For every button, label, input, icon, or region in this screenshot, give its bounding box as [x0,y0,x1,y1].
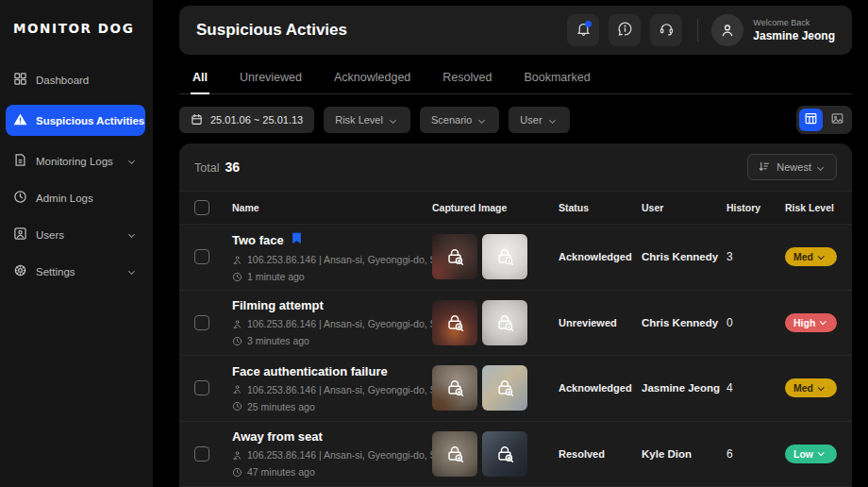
sidebar-item-users[interactable]: Users [6,219,145,250]
status-value: Resolved [559,448,642,460]
captured-images [432,365,559,411]
app-window: MONITOR DOG Dashboard Suspicious Activit… [0,0,868,487]
date-range-value: 25.01.06 ~ 25.01.13 [210,114,303,126]
column-user: User [642,202,726,213]
info-button[interactable] [609,14,641,46]
captured-image-thumbnail[interactable] [482,431,527,477]
table-row[interactable]: Face authentication failure 106.253.86.1… [179,356,852,422]
captured-image-thumbnail[interactable] [432,365,477,411]
risk-level-filter[interactable]: Risk Level [324,107,410,133]
lock-search-icon [494,378,515,398]
row-ip-location: 106.253.86.146 | Ansan-si, Gyeonggi-do, … [232,318,432,329]
welcome-label: Welcome Back [753,18,835,27]
row-ip-location: 106.253.86.146 | Ansan-si, Gyeonggi-do, … [232,384,432,395]
select-all-checkbox[interactable] [194,200,209,215]
dashboard-icon [13,72,27,88]
user-icon [13,227,27,243]
table-row[interactable]: Filming attempt 106.253.86.146 | Ansan-s… [179,291,852,357]
lock-search-icon [444,246,465,267]
gear-icon [13,263,27,279]
chevron-down-icon [128,158,135,164]
table-header: Name Captured Image Status User History … [179,191,852,225]
risk-badge[interactable]: Med [785,247,837,266]
activity-name: Face authentication failure [232,364,388,378]
lock-search-icon [444,378,465,398]
chevron-down-icon [128,231,135,238]
tab-all[interactable]: All [191,62,209,93]
captured-image-thumbnail[interactable] [482,365,527,411]
avatar[interactable] [711,14,743,46]
row-time: 25 minutes ago [232,401,432,412]
lock-search-icon [444,312,465,333]
sidebar-item-monitoring-logs[interactable]: Monitoring Logs [6,145,145,176]
table-row[interactable]: Two face 106.253.86.146 | Ansan-si, Gyeo… [179,225,852,291]
panel-header: Total36 Newest [179,143,852,191]
filter-label: Scenario [431,114,472,126]
table-row[interactable]: Away from seat 106.253.86.146 | Ansan-si… [179,422,852,487]
clock-icon [232,336,242,346]
scenario-filter[interactable]: Scenario [420,107,499,133]
row-name-cell: Face authentication failure 106.253.86.1… [232,364,432,412]
row-checkbox[interactable] [194,380,209,395]
sort-button[interactable]: Newest [747,154,837,180]
column-status: Status [559,202,642,213]
risk-badge[interactable]: Low [785,445,837,463]
row-checkbox[interactable] [194,249,209,264]
captured-image-thumbnail[interactable] [482,234,527,279]
row-ip-location: 106.253.86.146 | Ansan-si, Gyeonggi-do, … [232,254,432,265]
history-value: 6 [726,447,785,461]
risk-badge[interactable]: High [785,313,837,332]
lock-search-icon [494,312,515,333]
risk-badge[interactable]: Med [785,378,837,397]
activities-panel: Total36 Newest Name Captured Image Statu… [179,143,852,487]
filter-label: Risk Level [335,114,383,126]
bookmark-icon[interactable] [292,231,302,248]
sidebar-item-suspicious-activities[interactable]: Suspicious Activities [6,105,145,136]
tab-resolved[interactable]: Resolved [441,62,493,93]
top-bar: Suspicious Activies [179,6,852,55]
column-risk-level: Risk Level [785,202,837,213]
status-value: Acknowledged [559,251,642,262]
history-value: 4 [726,381,785,395]
sidebar-item-dashboard[interactable]: Dashboard [6,64,145,95]
tab-unreviewed[interactable]: Unreviewed [238,62,304,93]
captured-images [432,234,559,279]
sidebar-item-settings[interactable]: Settings [6,256,145,287]
captured-image-thumbnail[interactable] [482,300,527,345]
captured-image-thumbnail[interactable] [432,431,477,477]
user-value: Chris Kennedy [642,317,726,328]
sort-icon [758,160,770,175]
date-range-picker[interactable]: 25.01.06 ~ 25.01.13 [179,107,314,133]
tab-bookmarked[interactable]: Bookmarked [522,62,592,93]
sidebar-item-label: Settings [36,266,121,277]
clock-icon [232,272,242,282]
captured-images [432,300,559,345]
sidebar: MONITOR DOG Dashboard Suspicious Activit… [0,0,153,487]
captured-images [432,431,559,477]
row-checkbox[interactable] [194,315,209,330]
chevron-down-icon [818,253,825,260]
image-view-button[interactable] [826,109,849,131]
table-view-button[interactable] [799,109,823,131]
row-name-cell: Away from seat 106.253.86.146 | Ansan-si… [232,429,432,478]
sidebar-item-admin-logs[interactable]: Admin Logs [6,182,145,213]
captured-image-thumbnail[interactable] [432,300,477,345]
row-name-cell: Two face 106.253.86.146 | Ansan-si, Gyeo… [232,231,432,282]
activity-name: Away from seat [232,429,323,444]
lock-search-icon [494,246,515,267]
status-value: Acknowledged [559,382,642,394]
main-area: Suspicious Activies [153,0,868,487]
history-icon [13,190,27,206]
captured-image-thumbnail[interactable] [432,234,477,279]
notifications-button[interactable] [567,14,599,46]
user-filter[interactable]: User [509,107,569,133]
headset-icon [659,21,675,41]
sidebar-item-label: Monitoring Logs [36,156,121,167]
support-button[interactable] [650,14,682,46]
row-checkbox[interactable] [194,446,209,462]
total-value: 36 [225,160,240,175]
total-label: Total [194,161,219,175]
sidebar-item-label: Admin Logs [36,193,138,204]
tab-acknowledged[interactable]: Acknowledged [332,62,412,93]
user-value: Chris Kennedy [642,251,726,262]
